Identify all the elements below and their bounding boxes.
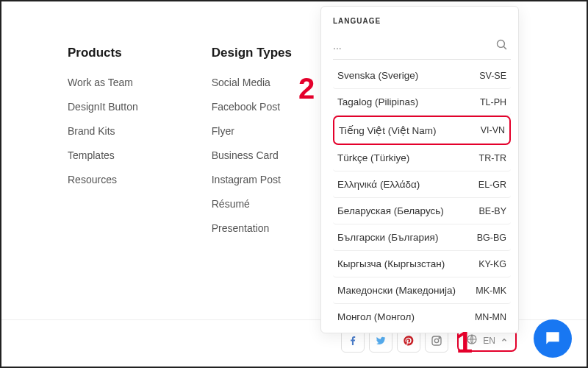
language-item[interactable]: Беларуская (Беларусь)BE-BY <box>333 198 511 224</box>
design-types-link[interactable]: Presentation <box>212 222 292 234</box>
language-code: VI-VN <box>481 125 505 135</box>
design-types-link[interactable]: Social Media <box>212 77 292 88</box>
design-types-link[interactable]: Business Card <box>212 149 292 161</box>
language-name: Беларуская (Беларусь) <box>337 205 444 216</box>
language-list: Svenska (Sverige)SV-SE Tagalog (Pilipina… <box>333 63 511 330</box>
design-types-link[interactable]: Résumé <box>212 198 292 210</box>
products-column: Products Work as Team DesignIt Button Br… <box>68 46 138 247</box>
annotation-1: 1 <box>456 326 473 359</box>
language-code: TR-TR <box>479 153 507 163</box>
language-code: MN-MN <box>475 312 506 322</box>
language-item[interactable]: Svenska (Sverige)SV-SE <box>333 63 511 89</box>
language-code: MK-MK <box>476 286 506 296</box>
design-types-link[interactable]: Facebook Post <box>212 101 292 113</box>
language-item-highlighted[interactable]: Tiếng Việt (Việt Nam)VI-VN <box>333 116 511 145</box>
svg-point-3 <box>435 339 439 342</box>
language-label: LANGUAGE <box>333 17 511 25</box>
language-code: KY-KG <box>478 259 506 269</box>
language-item[interactable]: Tagalog (Pilipinas)TL-PH <box>333 89 511 116</box>
language-code: BE-BY <box>478 206 506 216</box>
language-name: Ελληνικά (Ελλάδα) <box>337 179 420 190</box>
language-code: BG-BG <box>477 233 506 243</box>
language-name: Türkçe (Türkiye) <box>337 152 409 163</box>
design-types-heading: Design Types <box>212 46 292 60</box>
language-item[interactable]: Türkçe (Türkiye)TR-TR <box>333 145 511 171</box>
products-link[interactable]: Templates <box>68 149 138 161</box>
design-types-column: Design Types Social Media Facebook Post … <box>212 46 292 247</box>
language-code: EL-GR <box>478 180 506 190</box>
products-link[interactable]: DesignIt Button <box>68 101 138 113</box>
language-item[interactable]: Македонски (Македонија)MK-MK <box>333 277 511 304</box>
language-dropdown: LANGUAGE Svenska (Sverige)SV-SE Tagalog … <box>320 6 519 333</box>
language-code: TL-PH <box>480 97 506 107</box>
language-name: Tiếng Việt (Việt Nam) <box>339 124 437 136</box>
language-name: Кыргызча (Кыргызстан) <box>337 258 445 269</box>
svg-line-1 <box>503 46 506 49</box>
language-item[interactable]: Български (България)BG-BG <box>333 224 511 251</box>
language-item[interactable]: Монгол (Монгол)MN-MN <box>333 304 511 330</box>
language-name: Svenska (Sverige) <box>337 70 418 81</box>
language-name: Монгол (Монгол) <box>337 311 415 322</box>
design-types-link[interactable]: Flyer <box>212 125 292 137</box>
products-heading: Products <box>68 46 138 60</box>
svg-point-0 <box>497 40 504 47</box>
annotation-2: 2 <box>298 72 315 105</box>
chat-icon <box>543 329 562 348</box>
language-name: Македонски (Македонија) <box>337 285 456 296</box>
products-link[interactable]: Brand Kits <box>68 125 138 137</box>
products-link[interactable]: Work as Team <box>68 77 138 88</box>
svg-point-4 <box>439 337 440 338</box>
language-name: Tagalog (Pilipinas) <box>337 96 418 107</box>
language-search <box>333 34 511 60</box>
language-selector-text: EN <box>483 336 495 346</box>
language-name: Български (България) <box>337 232 438 243</box>
products-link[interactable]: Resources <box>68 174 138 185</box>
search-icon <box>495 38 508 54</box>
design-types-link[interactable]: Instagram Post <box>212 174 292 185</box>
language-item[interactable]: Ελληνικά (Ελλάδα)EL-GR <box>333 171 511 198</box>
language-search-input[interactable] <box>333 34 511 60</box>
language-code: SV-SE <box>479 71 506 81</box>
chevron-up-icon <box>501 336 508 346</box>
language-item[interactable]: Кыргызча (Кыргызстан)KY-KG <box>333 251 511 277</box>
chat-fab-button[interactable] <box>534 319 572 358</box>
